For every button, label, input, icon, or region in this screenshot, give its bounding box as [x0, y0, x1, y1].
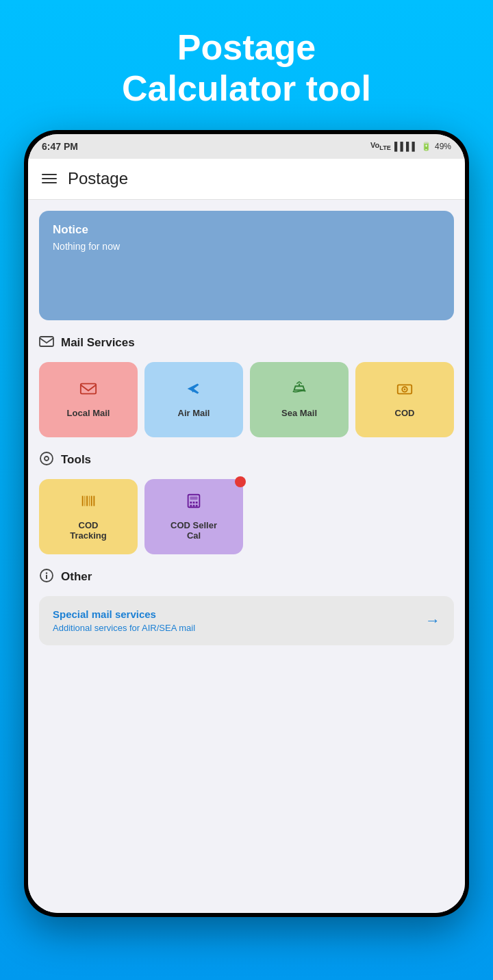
arrow-right-icon: →: [425, 612, 440, 630]
local-mail-tile[interactable]: Local Mail: [39, 362, 138, 437]
signal-icon: ▌▌▌▌: [394, 142, 418, 151]
battery-icon: 🔋: [421, 142, 431, 151]
tools-grid: COD Tracking: [39, 479, 454, 554]
svg-point-6: [40, 452, 53, 465]
sea-mail-icon: [290, 380, 308, 402]
tools-header: Tools: [39, 451, 454, 469]
svg-rect-11: [89, 495, 90, 506]
status-bar: 6:47 PM VoLTE ▌▌▌▌ 🔋 49%: [28, 134, 465, 159]
special-mail-title: Special mail services: [53, 608, 195, 620]
cod-seller-cal-label: COD Seller Cal: [170, 520, 217, 541]
special-card-text: Special mail services Additional service…: [53, 608, 195, 633]
other-section: Other Special mail services Additional s…: [39, 568, 454, 645]
local-mail-label: Local Mail: [67, 408, 110, 419]
cod-icon: [396, 380, 414, 402]
cod-tile[interactable]: COD: [355, 362, 454, 437]
menu-button[interactable]: [42, 174, 57, 183]
svg-rect-15: [190, 496, 197, 500]
sea-mail-tile[interactable]: Sea Mail: [250, 362, 349, 437]
svg-point-5: [404, 389, 406, 391]
cod-tracking-icon: [79, 492, 97, 515]
cod-tracking-label: COD Tracking: [70, 520, 106, 541]
notice-title: Notice: [53, 223, 440, 237]
special-mail-subtitle: Additional services for AIR/SEA mail: [53, 623, 195, 633]
svg-rect-13: [93, 495, 94, 506]
other-header: Other: [39, 568, 454, 586]
svg-rect-10: [86, 495, 88, 506]
mail-services-header: Mail Services: [39, 334, 454, 352]
lte-icon: VoLTE: [370, 141, 391, 151]
air-mail-tile[interactable]: Air Mail: [144, 362, 243, 437]
special-mail-card[interactable]: Special mail services Additional service…: [39, 596, 454, 645]
svg-rect-16: [190, 501, 192, 503]
status-time: 6:47 PM: [42, 141, 78, 152]
status-icons: VoLTE ▌▌▌▌ 🔋 49%: [370, 141, 451, 151]
air-mail-icon: [185, 380, 203, 402]
sea-mail-label: Sea Mail: [281, 408, 317, 419]
svg-rect-12: [91, 495, 92, 506]
mail-section-icon: [39, 334, 54, 352]
svg-rect-18: [196, 501, 198, 503]
phone-frame: 6:47 PM VoLTE ▌▌▌▌ 🔋 49% Postage Notice …: [24, 130, 469, 917]
svg-rect-9: [84, 495, 85, 506]
local-mail-icon: [79, 380, 97, 402]
notice-card: Notice Nothing for now: [39, 211, 454, 320]
cod-label: COD: [395, 408, 415, 419]
scroll-content: Notice Nothing for now Mail Services: [28, 200, 465, 913]
battery-percent: 49%: [435, 142, 451, 151]
svg-rect-1: [81, 384, 96, 394]
svg-point-24: [46, 572, 47, 573]
cod-seller-cal-icon: [185, 492, 203, 515]
cod-tracking-tile[interactable]: COD Tracking: [39, 479, 138, 554]
svg-rect-20: [193, 504, 195, 506]
svg-rect-21: [196, 504, 198, 506]
tools-section-icon: [39, 451, 54, 469]
app-title: Postage Calculator tool: [122, 27, 371, 109]
mail-services-title: Mail Services: [61, 336, 135, 350]
notification-dot: [235, 476, 246, 487]
svg-rect-0: [40, 337, 53, 346]
other-title: Other: [61, 570, 92, 584]
svg-rect-8: [82, 495, 84, 506]
notice-body: Nothing for now: [53, 241, 440, 252]
other-section-icon: [39, 568, 54, 586]
svg-rect-19: [190, 504, 192, 506]
cod-seller-cal-tile[interactable]: COD Seller Cal: [144, 479, 243, 554]
app-header: Postage: [28, 159, 465, 200]
svg-rect-17: [193, 501, 195, 503]
mail-services-grid: Local Mail Air Mail: [39, 362, 454, 437]
air-mail-label: Air Mail: [178, 408, 210, 419]
header-title: Postage: [68, 169, 128, 188]
svg-point-7: [45, 456, 49, 461]
tools-title: Tools: [61, 453, 91, 467]
